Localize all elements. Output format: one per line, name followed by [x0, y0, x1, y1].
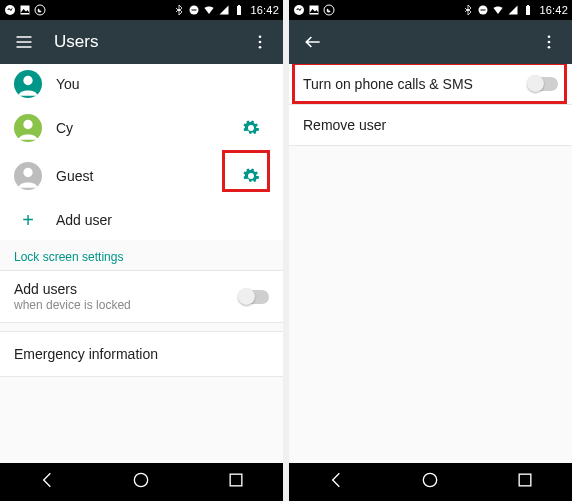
dnd-icon	[477, 4, 489, 16]
user-label: You	[56, 76, 80, 92]
add-user-label: Add user	[56, 212, 112, 228]
nav-bar	[0, 463, 283, 501]
right-phone: 16:42 Turn on phone calls & SMS Remove u…	[289, 0, 572, 501]
bluetooth-icon	[173, 4, 185, 16]
battery-icon	[522, 4, 534, 16]
svg-point-22	[548, 35, 551, 38]
page-title: Users	[54, 32, 98, 52]
recents-icon[interactable]	[515, 470, 535, 494]
messenger-icon	[4, 4, 16, 16]
clock: 16:42	[539, 4, 568, 16]
signal-icon	[218, 4, 230, 16]
avatar-icon	[14, 162, 42, 190]
svg-point-2	[35, 5, 45, 15]
signal-icon	[507, 4, 519, 16]
svg-point-25	[424, 473, 437, 486]
plus-icon: +	[14, 209, 42, 232]
back-arrow-icon[interactable]	[303, 32, 323, 52]
user-row-cy[interactable]: Cy	[0, 104, 283, 152]
user-label: Cy	[56, 120, 73, 136]
svg-point-17	[324, 5, 334, 15]
svg-point-7	[259, 35, 262, 38]
menu-icon[interactable]	[14, 32, 34, 52]
remove-user-row[interactable]: Remove user	[289, 105, 572, 146]
overflow-icon[interactable]	[251, 33, 269, 51]
overflow-icon[interactable]	[540, 33, 558, 51]
back-icon[interactable]	[326, 470, 346, 494]
add-user-row[interactable]: + Add user	[0, 200, 283, 240]
setting-primary: Add users	[14, 281, 131, 297]
status-bar: 16:42	[289, 0, 572, 20]
svg-rect-21	[527, 5, 529, 6]
content-area: You Cy Guest + Add user Lock screen sett…	[0, 64, 283, 463]
svg-rect-19	[481, 10, 486, 11]
avatar-icon	[14, 114, 42, 142]
svg-rect-26	[519, 474, 531, 486]
svg-point-10	[23, 76, 32, 85]
picture-icon	[19, 4, 31, 16]
back-icon[interactable]	[37, 470, 57, 494]
home-icon[interactable]	[420, 470, 440, 494]
battery-icon	[233, 4, 245, 16]
toggle-switch[interactable]	[528, 77, 558, 91]
content-area: Turn on phone calls & SMS Remove user	[289, 64, 572, 463]
svg-rect-20	[526, 6, 530, 15]
whatsapp-icon	[34, 4, 46, 16]
svg-point-8	[259, 41, 262, 44]
svg-rect-4	[192, 10, 197, 11]
svg-rect-1	[21, 6, 30, 15]
user-label: Guest	[56, 168, 93, 184]
wifi-icon	[492, 4, 504, 16]
svg-point-11	[23, 120, 32, 129]
svg-rect-14	[230, 474, 242, 486]
emergency-info-row[interactable]: Emergency information	[0, 331, 283, 377]
svg-rect-16	[310, 6, 319, 15]
left-phone: 16:42 Users You Cy	[0, 0, 283, 501]
home-icon[interactable]	[131, 470, 151, 494]
svg-point-13	[135, 473, 148, 486]
user-row-you[interactable]: You	[0, 64, 283, 104]
recents-icon[interactable]	[226, 470, 246, 494]
app-bar: Users	[0, 20, 283, 64]
svg-point-24	[548, 46, 551, 49]
dnd-icon	[188, 4, 200, 16]
bluetooth-icon	[462, 4, 474, 16]
nav-bar	[289, 463, 572, 501]
messenger-icon	[293, 4, 305, 16]
whatsapp-icon	[323, 4, 335, 16]
status-bar: 16:42	[0, 0, 283, 20]
svg-point-9	[259, 46, 262, 49]
add-users-when-locked-row[interactable]: Add users when device is locked	[0, 270, 283, 323]
setting-secondary: when device is locked	[14, 298, 131, 312]
user-row-guest[interactable]: Guest	[0, 152, 283, 200]
toggle-label: Turn on phone calls & SMS	[303, 76, 473, 92]
svg-rect-6	[238, 5, 240, 6]
svg-point-12	[23, 168, 32, 177]
remove-user-label: Remove user	[303, 117, 386, 133]
app-bar	[289, 20, 572, 64]
svg-rect-5	[237, 6, 241, 15]
phone-sms-toggle-row[interactable]: Turn on phone calls & SMS	[289, 64, 572, 105]
gear-icon[interactable]	[233, 158, 269, 194]
svg-point-23	[548, 41, 551, 44]
section-lock-screen: Lock screen settings	[0, 240, 283, 270]
wifi-icon	[203, 4, 215, 16]
clock: 16:42	[250, 4, 279, 16]
gear-icon[interactable]	[233, 110, 269, 146]
avatar-icon	[14, 70, 42, 98]
toggle-switch[interactable]	[239, 290, 269, 304]
picture-icon	[308, 4, 320, 16]
